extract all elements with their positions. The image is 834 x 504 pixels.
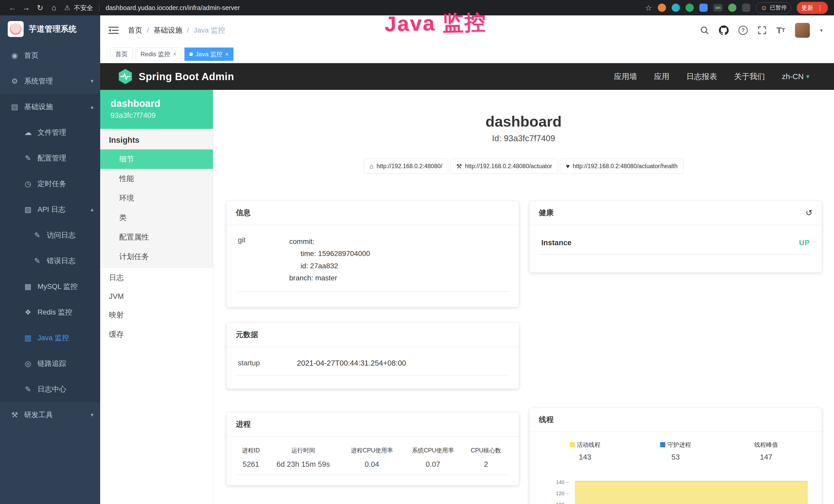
edit-icon: ✎ — [23, 154, 34, 162]
sba-main: dashboard Id: 93a3fc7f7409 ⌂ http://192.… — [213, 90, 834, 504]
sidebar-item-label: 错误日志 — [47, 256, 93, 266]
url-text[interactable]: dashboard.yudao.iocoder.cn/infra/admin-s… — [106, 4, 240, 12]
tab-label: 首页 — [115, 50, 128, 58]
service-url-label: http://192.168.0.2:48080/ — [376, 163, 442, 170]
reload-icon[interactable]: ↻ — [34, 3, 46, 12]
bookmark-star-icon[interactable]: ☆ — [645, 3, 652, 12]
breadcrumb-home[interactable]: 首页 — [128, 25, 142, 35]
hamburger-icon[interactable] — [108, 26, 119, 35]
sba-nav-wall[interactable]: 应用墙 — [614, 71, 637, 82]
extension-icon[interactable] — [699, 4, 708, 12]
main-column: 首页 / 基础设施 / Java 监控 ? — [100, 16, 834, 504]
sba-brand-title[interactable]: Spring Boot Admin — [139, 71, 234, 83]
sidebar-item-api-logs[interactable]: ▧ API 日志 ▴ — [0, 197, 100, 222]
legend-label: 活动线程 — [577, 441, 600, 449]
sba-menu-caches[interactable]: 缓存 — [100, 325, 213, 344]
avatar[interactable] — [795, 23, 810, 38]
app-frame: 芋道管理系统 ◉ 首页 ⚙ 系统管理 ▾ ▤ 基础设施 ▴ ☁ 文件管理 ✎ 配… — [0, 16, 834, 504]
sidebar-item-mysql-monitor[interactable]: ▦ MySQL 监控 — [0, 274, 100, 299]
locale-selector[interactable]: zh-CN ▾ — [782, 72, 809, 81]
service-url-button[interactable]: ⌂ http://192.168.0.2:48080/ — [364, 159, 448, 174]
extension-icon[interactable] — [672, 4, 680, 12]
extension-icon[interactable] — [728, 4, 737, 12]
sidebar-item-file-management[interactable]: ☁ 文件管理 — [0, 120, 100, 145]
info-key: git — [238, 235, 289, 284]
forward-icon[interactable]: → — [20, 3, 32, 12]
health-url-button[interactable]: ♥ http://192.168.0.2:48080/actuator/heal… — [560, 159, 683, 174]
history-icon[interactable]: ↺ — [806, 208, 812, 218]
process-table-cell: 5261 — [237, 456, 265, 475]
address-bar[interactable]: ⚠ 不安全 dashboard.yudao.iocoder.cn/infra/a… — [64, 4, 240, 12]
card-title: 健康 — [539, 208, 806, 218]
breadcrumb-section[interactable]: 基础设施 — [154, 25, 182, 35]
fullscreen-icon[interactable] — [758, 26, 767, 35]
cloud-icon: ☁ — [23, 128, 34, 137]
sidebar-item-home[interactable]: ◉ 首页 — [0, 43, 100, 68]
back-icon[interactable]: ← — [6, 3, 19, 12]
info-line: branch: master — [289, 272, 507, 284]
sidebar-item-error-logs[interactable]: ✎ 错误日志 — [0, 248, 100, 274]
sba-menu-classes[interactable]: 类 — [100, 208, 213, 228]
browser-home-icon[interactable]: ⌂ — [48, 3, 60, 12]
sba-nav-applications[interactable]: 应用 — [654, 71, 670, 82]
extension-icon[interactable] — [658, 4, 666, 12]
security-label[interactable]: 不安全 — [74, 4, 93, 12]
process-table-header: 进程CPU使用率 — [342, 443, 402, 456]
sidebar-item-infrastructure[interactable]: ▤ 基础设施 ▴ — [0, 94, 100, 120]
heart-icon: ♥ — [566, 162, 570, 170]
font-size-icon[interactable]: TT — [776, 25, 785, 36]
sba-nav-journal[interactable]: 日志报表 — [686, 71, 717, 82]
instance-title: dashboard — [213, 112, 834, 131]
sba-menu-metrics[interactable]: 性能 — [100, 169, 213, 188]
actuator-url-label: http://192.168.0.2:48080/actuator — [465, 163, 552, 170]
sba-menu-mappings[interactable]: 映射 — [100, 305, 213, 325]
y-axis-tick: 120 — [549, 491, 569, 497]
close-icon[interactable]: × — [173, 51, 176, 58]
info-value: commit: time: 1596289704000 id: 27aa832 … — [289, 235, 507, 284]
paused-badge[interactable]: ☺ 已暂停 — [756, 2, 791, 13]
sidebar-item-config-management[interactable]: ✎ 配置管理 — [0, 145, 100, 171]
log-icon: ✎ — [32, 256, 43, 265]
live-threads-area — [575, 481, 808, 504]
sba-menu-scheduled-tasks[interactable]: 计划任务 — [100, 247, 213, 267]
sba-menu-environment[interactable]: 环境 — [100, 188, 213, 208]
close-icon[interactable]: × — [225, 51, 228, 58]
process-table-header: CPU核心数 — [463, 443, 508, 456]
sba-menu-logfile[interactable]: 日志 — [100, 268, 213, 288]
sidebar-item-java-monitor[interactable]: ▥ Java 监控 — [0, 325, 100, 351]
sidebar-item-system-management[interactable]: ⚙ 系统管理 ▾ — [0, 68, 100, 94]
help-icon[interactable]: ? — [739, 26, 748, 35]
metadata-value: 2021-04-27T00:44:31.254+08:00 — [297, 359, 507, 367]
sba-body: dashboard 93a3fc7f7409 Insights 细节 性能 环境… — [100, 90, 834, 504]
sidebar-item-label: 系统管理 — [24, 76, 89, 86]
sba-menu-details[interactable]: 细节 — [100, 150, 213, 169]
sidebar-item-tracing[interactable]: ◎ 链路追踪 — [0, 351, 100, 376]
sba-menu-configprops[interactable]: 配置属性 — [100, 228, 213, 247]
update-button[interactable]: 更新 ⋮ — [797, 2, 828, 14]
sidebar-item-scheduled-jobs[interactable]: ◷ 定时任务 — [0, 171, 100, 197]
search-icon[interactable] — [700, 26, 709, 35]
wrench-icon: ⚒ — [456, 162, 462, 170]
cards-column-right: 健康 ↺ Instance UP — [530, 201, 822, 504]
chevron-up-icon: ▴ — [91, 206, 93, 213]
extension-on-toggle[interactable]: on — [713, 4, 723, 12]
actuator-url-button[interactable]: ⚒ http://192.168.0.2:48080/actuator — [450, 159, 558, 174]
sidebar-item-dev-tools[interactable]: ⚒ 研发工具 ▾ — [0, 402, 100, 428]
tab-java-monitor[interactable]: Java 监控 × — [184, 47, 234, 61]
sidebar-item-label: API 日志 — [38, 205, 89, 214]
app-title: 芋道管理系统 — [29, 24, 76, 35]
extension-icon[interactable] — [742, 4, 750, 12]
sba-menu-jvm[interactable]: JVM — [100, 288, 213, 305]
sidebar-item-log-center[interactable]: ✎ 日志中心 — [0, 376, 100, 402]
extension-icon[interactable] — [685, 4, 694, 12]
sidebar-item-redis-monitor[interactable]: ❖ Redis 监控 — [0, 299, 100, 325]
sba-nav-about[interactable]: 关于我们 — [734, 71, 765, 82]
browser-menu-icon[interactable]: ⋮ — [817, 4, 823, 12]
monitor-icon: ▥ — [23, 334, 34, 342]
github-icon[interactable] — [719, 25, 729, 35]
tab-redis-monitor[interactable]: Redis 监控 × — [136, 47, 181, 61]
tab-home[interactable]: 首页 — [110, 47, 133, 61]
y-axis-tick: 140 — [549, 479, 569, 485]
sidebar-item-access-logs[interactable]: ✎ 访问日志 — [0, 222, 100, 248]
tabs-bar: 首页 Redis 监控 × Java 监控 × — [100, 45, 834, 63]
